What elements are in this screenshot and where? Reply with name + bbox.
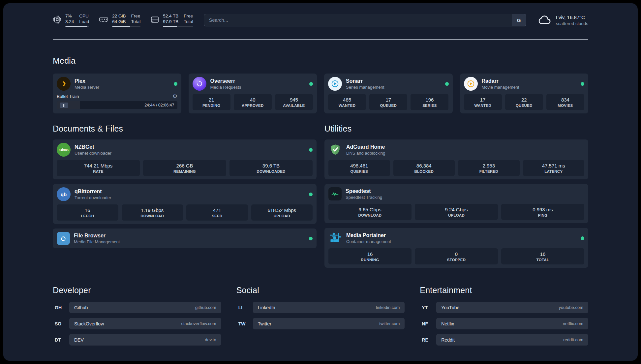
bookmark-url: github.com xyxy=(195,305,216,310)
service-name: Media Portainer xyxy=(346,232,391,238)
status-indicator-online xyxy=(309,82,313,86)
resource-usage-fill xyxy=(65,26,87,27)
cloud-icon xyxy=(537,13,552,27)
bookmark-linkedin[interactable]: LILinkedInlinkedin.com xyxy=(236,302,405,313)
service-card-qbittorrent[interactable]: qbqBittorrentTorrent downloader16LEECH1.… xyxy=(53,184,317,224)
service-card-speedtest[interactable]: SpeedtestSpeedtest Tracking9.65 GbpsDOWN… xyxy=(324,184,588,223)
nzbget-icon: nzbget xyxy=(57,143,71,157)
service-stats: 16RUNNING0STOPPED16TOTAL xyxy=(328,248,584,264)
bookmark-name: DEV xyxy=(74,337,84,343)
service-stats: 744.21 MbpsRATE266 GBREMAINING39.6 TBDOW… xyxy=(57,160,313,176)
section-media: Media PlexMedia serverBullet Train⚙24:44… xyxy=(53,56,588,113)
dashboard-page: 7%3.24CPULoad22 GiB64 GiBFreeTotal52.4 T… xyxy=(3,3,638,361)
stat-label: DOWNLOAD xyxy=(330,213,410,217)
bookmark-body: Githubgithub.com xyxy=(69,302,221,313)
two-column-area: Documents & Files nzbgetNZBGetUsenet dow… xyxy=(53,124,588,268)
pause-button[interactable] xyxy=(60,103,68,108)
resource-values: 22 GiB64 GiB xyxy=(112,14,126,24)
pause-icon xyxy=(63,104,65,107)
player-progress-bar[interactable]: 24:44 / 02:06:47 xyxy=(57,101,177,109)
stat-value: 618.52 Mbps xyxy=(253,207,312,213)
bookmark-netflix[interactable]: NFNetflixnetflix.com xyxy=(420,318,588,329)
section-title-documents-files: Documents & Files xyxy=(53,124,317,134)
settings-gear-icon[interactable]: ⚙ xyxy=(172,94,177,99)
bookmark-stackoverflow[interactable]: SOStackOverflowstackoverflow.com xyxy=(53,318,221,329)
stat-queries: 498,461QUERIES xyxy=(328,160,390,176)
service-card-radarr[interactable]: RadarrMovie management17WANTED22QUEUED83… xyxy=(460,74,589,113)
service-card-overseerr[interactable]: OverseerrMedia Requests21PENDING40APPROV… xyxy=(189,74,317,113)
service-card-plex[interactable]: PlexMedia serverBullet Train⚙24:44 / 02:… xyxy=(53,74,181,113)
bookmark-youtube[interactable]: YTYouTubeyoutube.com xyxy=(420,302,588,313)
service-titles: SonarrSeries management xyxy=(346,78,384,90)
service-titles: PlexMedia server xyxy=(75,78,99,90)
bookmarks-area: DeveloperGHGithubgithub.comSOStackOverfl… xyxy=(53,286,588,346)
service-titles: NZBGetUsenet downloader xyxy=(75,144,111,156)
stat-value: 834 xyxy=(548,97,583,103)
stat-value: 40 xyxy=(235,97,270,103)
bookmark-dev[interactable]: DTDEVdev.to xyxy=(53,334,221,346)
stat-series: 196SERIES xyxy=(411,94,448,110)
stat-label: STOPPED xyxy=(416,258,497,262)
service-card-sonarr[interactable]: SonarrSeries management485WANTED17QUEUED… xyxy=(324,74,453,113)
stat-value: 0.993 ms xyxy=(503,207,583,212)
stat-label: BLOCKED xyxy=(395,169,454,173)
stat-ping: 0.993 msPING xyxy=(501,204,584,220)
service-card-nzbget[interactable]: nzbgetNZBGetUsenet downloader744.21 Mbps… xyxy=(53,139,317,179)
service-name: Plex xyxy=(75,78,99,84)
stat-total: 16TOTAL xyxy=(501,248,584,264)
resource-readout: 52.4 TB97.9 TBFreeTotal xyxy=(163,14,193,27)
service-header: PlexMedia server xyxy=(57,77,177,91)
stat-latency: 47.571 msLATENCY xyxy=(523,160,585,176)
weather-condition: scattered clouds xyxy=(556,21,588,26)
stat-label: RUNNING xyxy=(330,258,410,262)
section-title-media: Media xyxy=(53,56,588,66)
resource-labels: CPULoad xyxy=(79,14,89,24)
service-subtitle: Torrent downloader xyxy=(75,195,111,200)
now-playing-row: Bullet Train⚙ xyxy=(57,94,177,99)
bookmark-github[interactable]: GHGithubgithub.com xyxy=(53,302,221,313)
search-input[interactable] xyxy=(204,14,526,26)
service-header: nzbgetNZBGetUsenet downloader xyxy=(57,143,313,157)
stat-label: PENDING xyxy=(194,104,229,107)
stat-value: 39.6 TB xyxy=(231,163,311,168)
service-card-file-browser[interactable]: File BrowserMedia File Management xyxy=(53,228,317,248)
bookmark-twitter[interactable]: TWTwittertwitter.com xyxy=(236,318,405,329)
stat-label: QUEUED xyxy=(506,104,542,107)
service-name: NZBGet xyxy=(75,144,111,150)
bookmark-name: Github xyxy=(74,305,88,310)
search-provider-button[interactable]: G xyxy=(512,14,526,26)
stat-value: 945 xyxy=(276,97,312,103)
status-indicator-online xyxy=(309,237,313,240)
service-card-media-portainer[interactable]: Media PortainerContainer management16RUN… xyxy=(324,228,588,268)
service-card-adguard-home[interactable]: AdGuard HomeDNS and adblocking498,461QUE… xyxy=(324,139,588,179)
stat-value: 16 xyxy=(58,207,117,213)
bookmark-body: Redditreddit.com xyxy=(436,334,588,346)
stat-value: 0 xyxy=(416,251,497,257)
stat-label: PING xyxy=(503,213,583,217)
service-subtitle: Usenet downloader xyxy=(75,151,111,156)
weather-text: Lviv, 16.87°C scattered clouds xyxy=(556,15,588,26)
stat-label: WANTED xyxy=(465,104,501,107)
service-header: qbqBittorrentTorrent downloader xyxy=(57,187,313,201)
stat-rate: 744.21 MbpsRATE xyxy=(57,160,140,176)
service-subtitle: Media File Management xyxy=(74,239,120,244)
service-titles: OverseerrMedia Requests xyxy=(210,78,241,90)
bookmark-body: Twittertwitter.com xyxy=(253,318,405,329)
bookmark-name: Twitter xyxy=(258,321,271,326)
resource-widgets: 7%3.24CPULoad22 GiB64 GiBFreeTotal52.4 T… xyxy=(53,14,193,27)
service-header: Media PortainerContainer management xyxy=(328,231,584,245)
bookmark-abbr: DT xyxy=(53,334,69,346)
stat-label: LEECH xyxy=(58,214,117,218)
stat-label: AVAILABLE xyxy=(276,104,312,107)
section-title-developer: Developer xyxy=(53,286,221,295)
stat-queued: 17QUEUED xyxy=(369,94,407,110)
weather-location: Lviv, 16.87°C xyxy=(556,15,588,20)
bookmark-reddit[interactable]: RERedditreddit.com xyxy=(420,334,588,346)
speedtest-icon xyxy=(328,187,342,200)
service-name: File Browser xyxy=(74,233,120,239)
stat-upload: 618.52 MbpsUPLOAD xyxy=(251,204,313,221)
service-header: File BrowserMedia File Management xyxy=(57,232,313,245)
bookmark-url: reddit.com xyxy=(563,337,583,342)
resource-readout: 7%3.24CPULoad xyxy=(65,14,89,27)
service-header: AdGuard HomeDNS and adblocking xyxy=(328,143,584,157)
